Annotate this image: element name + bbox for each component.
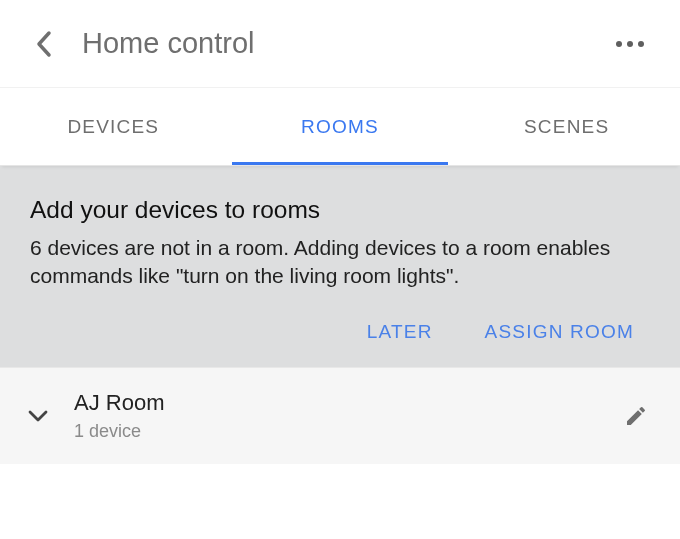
chevron-down-icon <box>27 409 49 423</box>
more-icon <box>638 41 644 47</box>
pencil-icon <box>624 404 648 428</box>
chevron-left-icon <box>36 30 52 58</box>
banner-actions: LATER ASSIGN ROOM <box>30 321 650 343</box>
tab-rooms[interactable]: ROOMS <box>227 88 454 165</box>
app-header: Home control <box>0 0 680 88</box>
more-icon <box>627 41 633 47</box>
tab-scenes[interactable]: SCENES <box>453 88 680 165</box>
room-list-item[interactable]: AJ Room 1 device <box>0 367 680 464</box>
button-label: LATER <box>367 321 433 342</box>
tab-bar: DEVICES ROOMS SCENES <box>0 88 680 166</box>
tab-devices[interactable]: DEVICES <box>0 88 227 165</box>
banner-text: 6 devices are not in a room. Adding devi… <box>30 234 650 291</box>
assign-rooms-banner: Add your devices to rooms 6 devices are … <box>0 166 680 367</box>
room-info: AJ Room 1 device <box>74 390 618 442</box>
assign-room-button[interactable]: ASSIGN ROOM <box>485 321 634 343</box>
banner-title: Add your devices to rooms <box>30 196 650 224</box>
expand-toggle[interactable] <box>22 409 54 423</box>
later-button[interactable]: LATER <box>367 321 433 343</box>
room-subtitle: 1 device <box>74 421 618 442</box>
room-name: AJ Room <box>74 390 618 416</box>
more-options-button[interactable] <box>608 33 652 55</box>
more-icon <box>616 41 622 47</box>
button-label: ASSIGN ROOM <box>485 321 634 342</box>
back-button[interactable] <box>28 28 60 60</box>
tab-label: ROOMS <box>301 116 379 138</box>
page-title: Home control <box>82 27 608 60</box>
tab-label: SCENES <box>524 116 609 138</box>
edit-room-button[interactable] <box>618 398 654 434</box>
tab-label: DEVICES <box>67 116 159 138</box>
